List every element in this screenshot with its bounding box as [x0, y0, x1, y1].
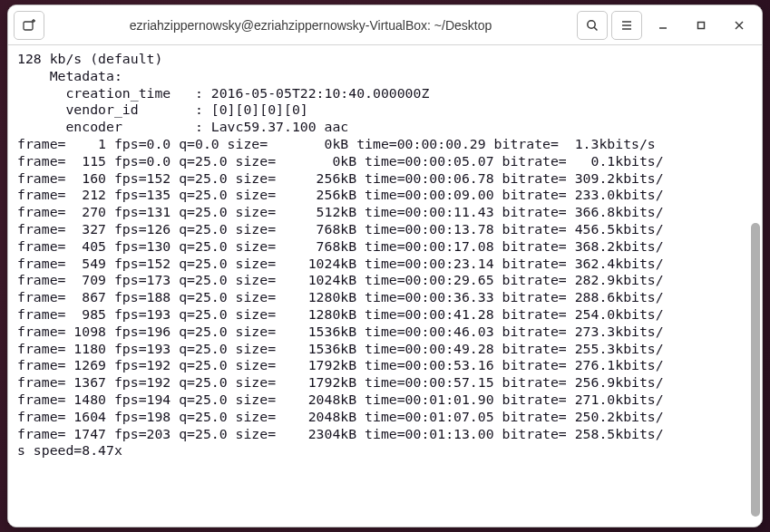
window-title: ezriahzippernowsky@ezriahzippernowsky-Vi… [48, 18, 573, 33]
search-button[interactable] [577, 11, 608, 40]
output-line: 128 kb/s (default) [17, 51, 162, 66]
scrollbar-thumb[interactable] [751, 223, 760, 517]
titlebar: ezriahzippernowsky@ezriahzippernowsky-Vi… [8, 5, 762, 45]
terminal-output[interactable]: 128 kb/s (default) Metadata: creation_ti… [8, 45, 762, 527]
close-button[interactable] [722, 11, 756, 40]
output-line: Metadata: [17, 68, 122, 83]
close-icon [733, 19, 746, 32]
maximize-icon [695, 19, 707, 32]
minimize-button[interactable] [646, 11, 680, 40]
new-tab-button[interactable] [14, 11, 44, 40]
menu-button[interactable] [611, 11, 642, 40]
hamburger-icon [619, 18, 634, 33]
output-line: creation_time : 2016-05-05T22:10:40.0000… [17, 85, 429, 101]
terminal-window: ezriahzippernowsky@ezriahzippernowsky-Vi… [7, 5, 763, 527]
output-line: s speed=8.47x [17, 442, 122, 458]
new-tab-icon [22, 18, 36, 33]
maximize-button[interactable] [684, 11, 718, 40]
svg-rect-9 [698, 22, 705, 28]
svg-rect-0 [24, 22, 33, 30]
output-line: encoder : Lavc59.37.100 aac [17, 119, 348, 134]
output-line: vendor_id : [0][0][0][0] [17, 102, 308, 117]
svg-line-4 [594, 27, 597, 30]
minimize-icon [657, 19, 669, 32]
svg-point-3 [588, 20, 595, 27]
search-icon [585, 18, 599, 33]
scrollbar[interactable] [749, 45, 760, 527]
frame-progress-lines: frame= 1 fps=0.0 q=0.0 size= 0kB time=00… [17, 136, 664, 441]
